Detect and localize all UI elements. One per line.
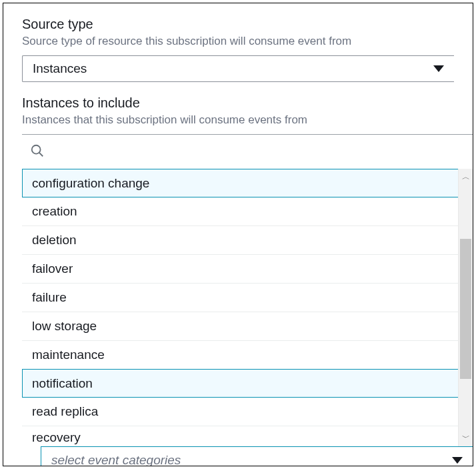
source-type-label: Source type <box>22 15 454 33</box>
scroll-up-icon[interactable]: ︿ <box>462 169 470 185</box>
option-creation[interactable]: creation <box>22 197 458 226</box>
search-input[interactable] <box>45 145 473 159</box>
scrollbar[interactable]: ︿ ﹀ <box>458 169 473 446</box>
svg-point-1 <box>32 145 41 153</box>
event-categories-select[interactable]: select event categories <box>41 446 473 466</box>
source-type-desc: Source type of resource this subscriptio… <box>22 34 454 49</box>
categories-placeholder: select event categories <box>51 453 181 466</box>
svg-line-2 <box>39 152 43 156</box>
instances-label: Instances to include <box>22 94 473 111</box>
scroll-track[interactable] <box>459 185 473 430</box>
option-failover[interactable]: failover <box>22 255 458 284</box>
instances-group: Instances to include Instances that this… <box>3 94 473 466</box>
caret-down-icon <box>433 63 444 75</box>
subscription-config-panel: Source type Source type of resource this… <box>3 3 473 466</box>
instances-search[interactable] <box>22 134 473 169</box>
svg-marker-0 <box>433 65 444 72</box>
source-type-value: Instances <box>33 61 87 76</box>
option-configuration-change[interactable]: configuration change <box>22 169 458 197</box>
option-read-replica[interactable]: read replica <box>22 398 458 426</box>
event-options-dropdown: configuration change creation deletion f… <box>22 169 473 446</box>
option-failure[interactable]: failure <box>22 284 458 312</box>
source-type-select[interactable]: Instances <box>22 55 454 82</box>
option-maintenance[interactable]: maintenance <box>22 341 458 370</box>
svg-marker-3 <box>452 457 463 464</box>
instances-desc: Instances that this subscription will co… <box>22 113 473 127</box>
option-recovery[interactable]: recovery <box>22 426 458 446</box>
option-deletion[interactable]: deletion <box>22 226 458 255</box>
scroll-thumb[interactable] <box>460 239 471 379</box>
option-low-storage[interactable]: low storage <box>22 312 458 341</box>
options-list: configuration change creation deletion f… <box>22 169 458 446</box>
option-notification[interactable]: notification <box>22 369 458 398</box>
caret-down-icon <box>452 454 463 466</box>
scroll-down-icon[interactable]: ﹀ <box>462 430 470 446</box>
search-icon <box>30 143 45 161</box>
source-type-group: Source type Source type of resource this… <box>3 15 473 82</box>
